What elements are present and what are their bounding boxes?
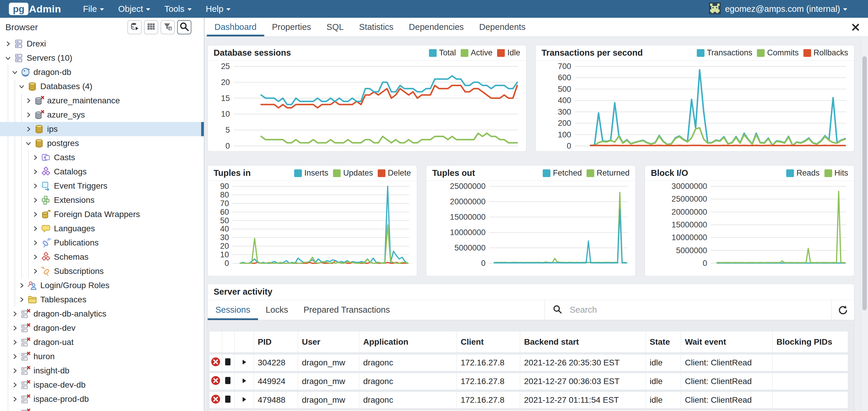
cancel-cell[interactable] — [209, 392, 222, 408]
chevron-right-icon[interactable] — [31, 211, 40, 218]
chevron-right-icon[interactable] — [31, 268, 40, 275]
tree-item-ispace-prod-db[interactable]: ispace-prod-db — [0, 392, 204, 406]
expand-cell[interactable] — [235, 373, 254, 390]
chevron-down-icon[interactable] — [17, 83, 26, 90]
tree-item-schemas[interactable]: Schemas — [0, 250, 204, 264]
tree-item-azure-sys[interactable]: azure_sys — [0, 108, 204, 122]
tab-statistics[interactable]: Statistics — [351, 18, 401, 36]
chevron-right-icon[interactable] — [10, 311, 19, 317]
chevron-right-icon[interactable] — [31, 225, 40, 232]
expand-cell[interactable] — [235, 354, 254, 371]
chevron-right-icon[interactable] — [31, 254, 40, 260]
cancel-icon[interactable] — [210, 394, 221, 407]
tree-item-foreign-data-wrappers[interactable]: Foreign Data Wrappers — [0, 207, 204, 221]
chevron-down-icon[interactable] — [4, 55, 12, 61]
chevron-right-icon[interactable] — [31, 197, 40, 203]
search-input[interactable] — [570, 305, 777, 315]
terminate-cell[interactable] — [222, 373, 235, 390]
chevron-right-icon[interactable] — [24, 112, 33, 118]
tree-item-dragon-dev[interactable]: dragon-dev — [0, 321, 204, 335]
tree-item-ispace-dev-db[interactable]: ispace-dev-db — [0, 378, 204, 392]
expand-cell[interactable] — [235, 392, 254, 408]
activity-tab-locks[interactable]: Locks — [258, 300, 296, 320]
chevron-right-icon[interactable] — [10, 368, 19, 374]
search-button[interactable] — [177, 20, 191, 34]
tab-sql[interactable]: SQL — [319, 18, 351, 36]
activity-tab-sessions[interactable]: Sessions — [208, 300, 258, 320]
chevron-right-icon[interactable] — [10, 353, 19, 360]
tree-item-dragon-uat[interactable]: dragon-uat — [0, 335, 204, 349]
tree-item-casts[interactable]: Casts — [0, 151, 204, 165]
tree-item-insight-db[interactable]: insight-db — [0, 363, 204, 378]
chevron-right-icon[interactable] — [10, 325, 19, 331]
filter-button[interactable] — [161, 20, 175, 34]
chevron-right-icon[interactable] — [31, 183, 40, 189]
cancel-icon[interactable] — [210, 356, 221, 369]
terminate-icon[interactable] — [224, 395, 233, 406]
tab-dependents[interactable]: Dependents — [472, 18, 533, 36]
cancel-cell[interactable] — [209, 373, 222, 390]
chevron-right-icon[interactable] — [17, 296, 26, 303]
tab-dashboard[interactable]: Dashboard — [207, 18, 264, 36]
menu-object[interactable]: Object — [111, 0, 157, 18]
session-row-304228[interactable]: 304228dragon_mwdragonc172.16.27.82021-12… — [209, 354, 848, 371]
chevron-right-icon[interactable] — [24, 97, 33, 104]
tree-item-azure-maintenance[interactable]: azure_maintenance — [0, 94, 204, 108]
tree-item-huron[interactable]: huron — [0, 349, 204, 363]
tree-item-partial[interactable] — [0, 406, 204, 411]
chevron-right-icon[interactable] — [31, 240, 40, 246]
chevron-right-icon[interactable] — [31, 154, 40, 161]
expand-icon[interactable] — [241, 358, 247, 368]
tab-dependencies[interactable]: Dependencies — [401, 18, 471, 36]
search-box[interactable] — [545, 300, 831, 320]
tree-item-dragon-db-analytics[interactable]: dragon-db-analytics — [0, 307, 204, 321]
chevron-down-icon[interactable] — [24, 140, 33, 147]
tree-item-servers-10-[interactable]: Servers (10) — [0, 51, 204, 65]
activity-tab-prepared-transactions[interactable]: Prepared Transactions — [296, 300, 398, 320]
tree-item-dragon-db[interactable]: dragon-db — [0, 65, 204, 80]
tree-item-postgres[interactable]: postgres — [0, 136, 204, 151]
chevron-right-icon[interactable] — [31, 168, 40, 175]
session-row-479488[interactable]: 479488dragon_mwdragonc172.16.27.82021-12… — [209, 391, 848, 409]
cancel-cell[interactable] — [209, 354, 222, 371]
tree-item-languages[interactable]: Languages — [0, 221, 204, 236]
tree-item-subscriptions[interactable]: Subscriptions — [0, 264, 204, 278]
user-menu[interactable]: egomez@amps.com (internal) — [709, 2, 847, 15]
chevron-right-icon[interactable] — [10, 339, 19, 346]
tree-item-extensions[interactable]: Extensions — [0, 193, 204, 207]
vertical-scrollbar[interactable] — [861, 37, 868, 411]
chevron-right-icon[interactable] — [4, 40, 12, 47]
terminate-icon[interactable] — [224, 357, 233, 368]
menu-tools[interactable]: Tools — [157, 0, 199, 18]
scrollbar-thumb[interactable] — [862, 56, 867, 310]
terminate-icon[interactable] — [224, 376, 233, 387]
chevron-right-icon[interactable] — [10, 382, 19, 388]
grid-button[interactable] — [144, 20, 158, 34]
tree-item-publications[interactable]: Publications — [0, 236, 204, 250]
terminate-cell[interactable] — [222, 354, 235, 371]
tree-item-drexi[interactable]: Drexi — [0, 37, 204, 51]
close-panel-icon[interactable] — [850, 22, 861, 33]
chevron-right-icon[interactable] — [17, 282, 26, 289]
tree-item-ips[interactable]: ips — [0, 122, 204, 136]
menu-help[interactable]: Help — [199, 0, 238, 18]
svg-text:10: 10 — [221, 109, 230, 119]
tab-properties[interactable]: Properties — [264, 18, 319, 36]
tree-item-catalogs[interactable]: Catalogs — [0, 165, 204, 179]
svg-text:500: 500 — [558, 85, 571, 94]
tree-item-event-triggers[interactable]: Event Triggers — [0, 179, 204, 193]
object-explorer-button[interactable] — [127, 20, 142, 34]
tree-item-databases-4-[interactable]: Databases (4) — [0, 80, 204, 94]
refresh-button[interactable] — [831, 300, 854, 320]
expand-icon[interactable] — [241, 395, 247, 405]
chevron-right-icon[interactable] — [10, 396, 19, 403]
expand-icon[interactable] — [241, 377, 247, 386]
cancel-icon[interactable] — [210, 375, 221, 388]
chevron-right-icon[interactable] — [24, 126, 33, 132]
terminate-cell[interactable] — [222, 392, 235, 408]
chevron-down-icon[interactable] — [10, 69, 19, 75]
tree-item-tablespaces[interactable]: Tablespaces — [0, 292, 204, 307]
session-row-449924[interactable]: 449924dragon_mwdragonc172.16.27.82021-12… — [209, 373, 848, 390]
menu-file[interactable]: File — [76, 0, 111, 18]
tree-item-login-group-roles[interactable]: Login/Group Roles — [0, 278, 204, 292]
